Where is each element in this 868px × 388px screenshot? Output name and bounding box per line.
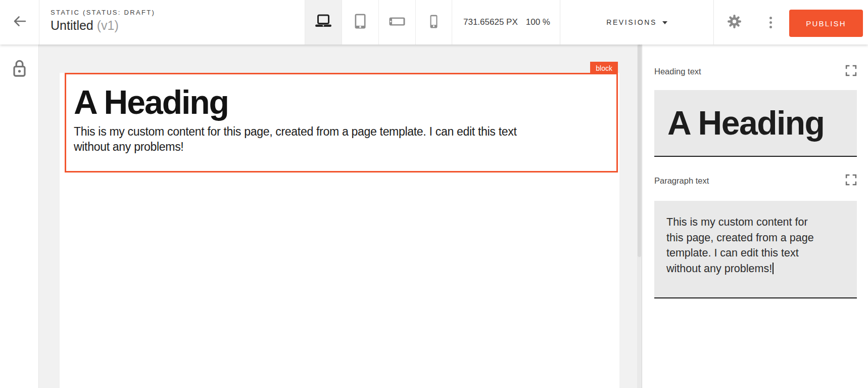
device-tablet-portrait-button[interactable] (342, 0, 378, 45)
lock-button[interactable] (12, 59, 27, 79)
revisions-label: REVISIONS (606, 18, 657, 26)
device-desktop-button[interactable] (305, 0, 342, 45)
publish-button[interactable]: PUBLISH (789, 10, 863, 37)
device-tablet-landscape-button[interactable] (378, 0, 415, 45)
content-block[interactable]: block A Heading This is my custom conten… (65, 73, 618, 173)
laptop-icon (314, 14, 333, 30)
page-title-text: Untitled (51, 18, 93, 32)
paragraph-field-expand-button[interactable] (845, 175, 857, 187)
topbar-divider (713, 0, 714, 45)
block-type-badge: block (590, 62, 618, 74)
zoom-level-value: 100 % (526, 17, 550, 27)
gear-icon (728, 15, 741, 30)
block-heading-text: A Heading (74, 85, 616, 119)
heading-field-header: Heading text (654, 66, 857, 77)
paragraph-field-line-text: without any problems! (666, 263, 772, 275)
block-paragraph-line: This is my custom content for this page,… (74, 124, 616, 139)
heading-field-expand-button[interactable] (845, 65, 857, 77)
editor-canvas: block A Heading This is my custom conten… (39, 45, 642, 388)
properties-sidebar: Heading text A Heading Paragraph text (642, 45, 868, 388)
paragraph-field-input[interactable]: This is my custom content for this page,… (654, 201, 857, 298)
paragraph-field-line: without any problems! (666, 261, 848, 277)
block-paragraph-text: This is my custom content for this page,… (74, 124, 616, 154)
back-button[interactable] (0, 0, 39, 45)
fullscreen-icon (845, 174, 857, 187)
paragraph-field-line: template. I can edit this text (666, 245, 848, 261)
device-preview-switcher (305, 0, 452, 45)
heading-field-input[interactable]: A Heading (654, 90, 857, 157)
page-preview: block A Heading This is my custom conten… (60, 73, 619, 388)
paragraph-field-label: Paragraph text (654, 176, 709, 186)
heading-field-label: Heading text (654, 67, 701, 76)
text-cursor (773, 263, 774, 274)
tablet-portrait-icon (355, 14, 366, 31)
phone-icon (430, 15, 438, 30)
paragraph-field-line: this page, created from a page (666, 230, 848, 246)
viewport-info: 731.65625 PX 100 % (463, 0, 550, 45)
revisions-button[interactable]: REVISIONS (560, 0, 713, 45)
canvas-scrollbar-thumb[interactable] (638, 45, 641, 257)
settings-button[interactable] (723, 11, 745, 33)
tablet-landscape-icon (389, 17, 405, 28)
topbar: STATIC (STATUS: DRAFT) Untitled (v1) (0, 0, 868, 45)
more-options-button[interactable] (759, 11, 782, 33)
chevron-down-icon (662, 21, 667, 24)
topbar-divider (39, 0, 39, 45)
fullscreen-icon (845, 65, 857, 78)
arrow-left-icon (12, 13, 28, 31)
lock-icon (12, 71, 27, 79)
kebab-menu-icon (769, 17, 772, 28)
page-status-label: STATIC (STATUS: DRAFT) (51, 9, 155, 16)
page-title: Untitled (v1) (51, 18, 155, 33)
paragraph-field-line: This is my custom content for (666, 214, 848, 230)
page-title-block: STATIC (STATUS: DRAFT) Untitled (v1) (51, 9, 155, 33)
device-phone-button[interactable] (415, 0, 452, 45)
paragraph-field-header: Paragraph text (654, 175, 857, 186)
block-paragraph-line: without any problems! (74, 139, 616, 154)
page-version: (v1) (97, 18, 119, 32)
viewport-width-value: 731.65625 PX (463, 17, 518, 27)
canvas-scrollbar[interactable] (637, 45, 642, 388)
left-rail (0, 45, 39, 388)
